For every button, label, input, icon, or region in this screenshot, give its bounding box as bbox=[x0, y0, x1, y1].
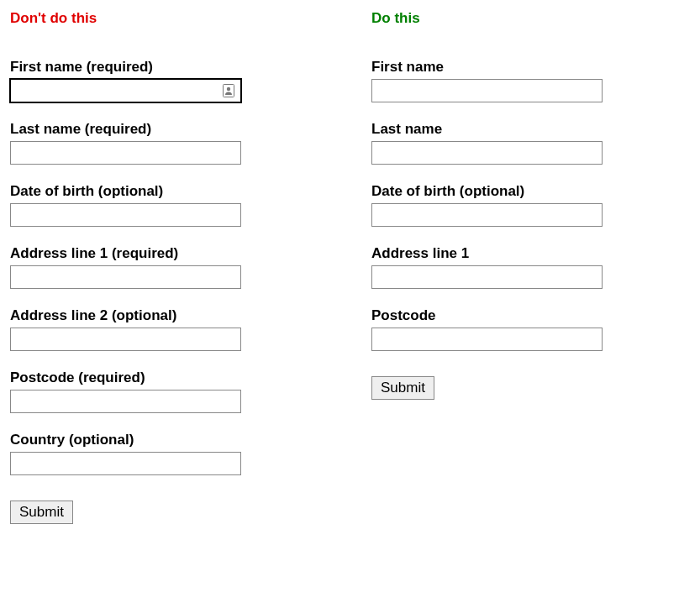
column-dont: Don't do this First name (required) Last… bbox=[10, 10, 321, 524]
input-postcode-dont[interactable] bbox=[10, 390, 241, 413]
field-postcode-do: Postcode bbox=[371, 307, 682, 351]
input-first-name-do[interactable] bbox=[371, 79, 603, 102]
field-address2-dont: Address line 2 (optional) bbox=[10, 307, 321, 351]
input-last-name-dont[interactable] bbox=[10, 141, 241, 165]
label-country-dont: Country (optional) bbox=[10, 432, 321, 448]
submit-button-dont[interactable]: Submit bbox=[10, 501, 73, 524]
label-address2-dont: Address line 2 (optional) bbox=[10, 307, 321, 324]
label-address1-dont: Address line 1 (required) bbox=[10, 245, 321, 262]
field-dob-dont: Date of birth (optional) bbox=[10, 183, 321, 227]
label-postcode-dont: Postcode (required) bbox=[10, 370, 321, 386]
comparison-columns: Don't do this First name (required) Last… bbox=[10, 10, 690, 524]
label-dob-do: Date of birth (optional) bbox=[371, 183, 682, 200]
input-dob-dont[interactable] bbox=[10, 203, 241, 227]
input-address1-dont[interactable] bbox=[10, 265, 241, 289]
input-dob-do[interactable] bbox=[371, 203, 603, 227]
label-first-name-do: First name bbox=[371, 59, 682, 76]
input-address1-do[interactable] bbox=[371, 265, 603, 289]
field-first-name-do: First name bbox=[371, 59, 682, 102]
field-dob-do: Date of birth (optional) bbox=[371, 183, 682, 227]
input-first-name-dont[interactable] bbox=[10, 79, 241, 102]
label-postcode-do: Postcode bbox=[371, 307, 682, 324]
field-first-name-dont: First name (required) bbox=[10, 59, 321, 102]
input-postcode-do[interactable] bbox=[371, 328, 603, 351]
label-last-name-do: Last name bbox=[371, 121, 682, 138]
column-do: Do this First name Last name Date of bir… bbox=[371, 10, 682, 524]
submit-wrap-dont: Submit bbox=[10, 501, 321, 524]
label-last-name-dont: Last name (required) bbox=[10, 121, 321, 138]
field-address1-do: Address line 1 bbox=[371, 245, 682, 289]
label-first-name-dont: First name (required) bbox=[10, 59, 321, 76]
field-last-name-dont: Last name (required) bbox=[10, 121, 321, 165]
field-last-name-do: Last name bbox=[371, 121, 682, 165]
label-address1-do: Address line 1 bbox=[371, 245, 682, 262]
field-country-dont: Country (optional) bbox=[10, 432, 321, 475]
heading-dont: Don't do this bbox=[10, 10, 321, 27]
heading-do: Do this bbox=[371, 10, 682, 27]
submit-wrap-do: Submit bbox=[371, 376, 682, 400]
field-postcode-dont: Postcode (required) bbox=[10, 370, 321, 413]
label-dob-dont: Date of birth (optional) bbox=[10, 183, 321, 200]
input-address2-dont[interactable] bbox=[10, 328, 241, 351]
submit-button-do[interactable]: Submit bbox=[371, 376, 434, 400]
field-address1-dont: Address line 1 (required) bbox=[10, 245, 321, 289]
input-last-name-do[interactable] bbox=[371, 141, 603, 165]
input-country-dont[interactable] bbox=[10, 452, 241, 475]
